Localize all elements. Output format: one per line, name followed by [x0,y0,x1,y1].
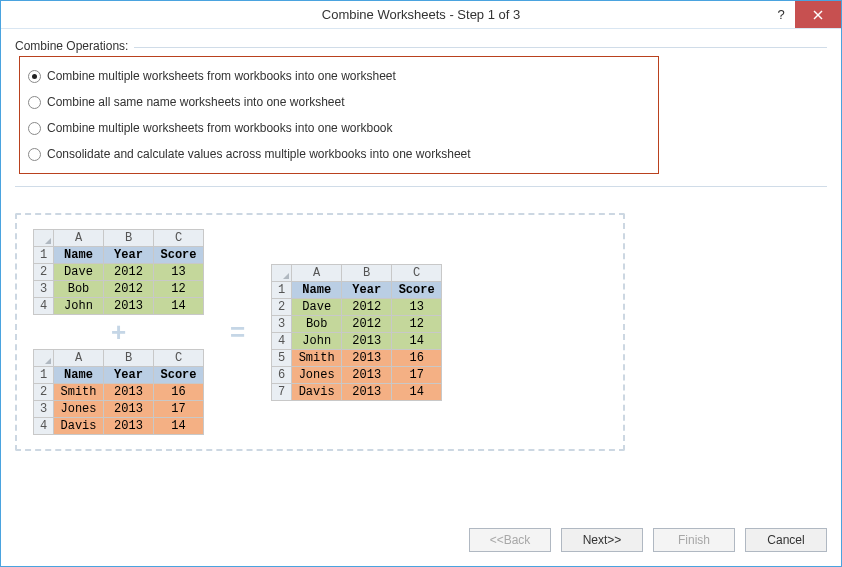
group-legend: Combine Operations: [15,39,134,53]
next-button[interactable]: Next>> [561,528,643,552]
radio-label: Combine all same name worksheets into on… [47,95,344,109]
help-button[interactable]: ? [767,1,795,28]
options-highlight: Combine multiple worksheets from workboo… [19,56,659,174]
radio-label: Consolidate and calculate values across … [47,147,471,161]
preview-table-result: ABC1NameYearScore2Dave2012133Bob2012124J… [271,264,442,401]
cancel-button[interactable]: Cancel [745,528,827,552]
radio-option-2[interactable]: Combine multiple worksheets from workboo… [26,115,652,141]
equals-icon: = [222,319,253,345]
back-button: <<Back [469,528,551,552]
plus-icon: + [103,319,134,345]
combine-operations-group: Combine Operations: Combine multiple wor… [15,47,827,187]
radio-icon [28,122,41,135]
radio-option-1[interactable]: Combine all same name worksheets into on… [26,89,652,115]
dialog-content: Combine Operations: Combine multiple wor… [1,29,841,566]
radio-icon [28,70,41,83]
button-bar: <<Back Next>> Finish Cancel [469,528,827,552]
preview-table-bottom: ABC1NameYearScore2Smith2013163Jones20131… [33,349,204,435]
close-button[interactable] [795,1,841,28]
radio-icon [28,96,41,109]
preview-panel: ABC1NameYearScore2Dave2012133Bob2012124J… [15,213,625,451]
close-icon [813,10,823,20]
titlebar: Combine Worksheets - Step 1 of 3 ? [1,1,841,29]
radio-icon [28,148,41,161]
radio-label: Combine multiple worksheets from workboo… [47,69,396,83]
preview-table-top: ABC1NameYearScore2Dave2012133Bob2012124J… [33,229,204,315]
radio-label: Combine multiple worksheets from workboo… [47,121,393,135]
radio-option-3[interactable]: Consolidate and calculate values across … [26,141,652,167]
finish-button: Finish [653,528,735,552]
dialog-window: Combine Worksheets - Step 1 of 3 ? Combi… [0,0,842,567]
window-title: Combine Worksheets - Step 1 of 3 [322,7,520,22]
radio-option-0[interactable]: Combine multiple worksheets from workboo… [26,63,652,89]
